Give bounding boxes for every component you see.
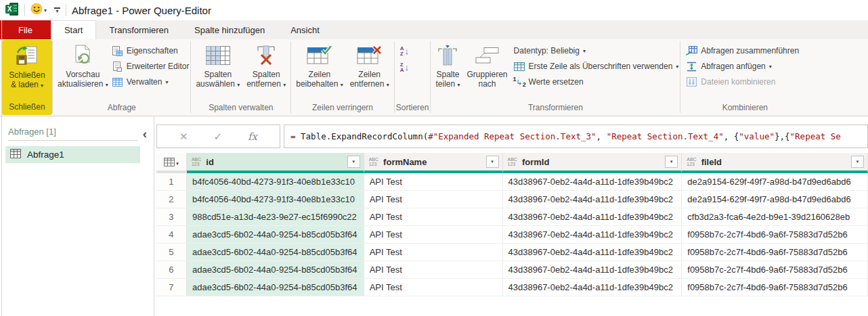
table-cell[interactable]: adae3cd5-6b02-44a0-9254-b85cd05b3f64 [187, 279, 364, 296]
dropdown-caret-icon: ▾ [41, 83, 43, 89]
group-label-schliessen: Schließen [3, 102, 51, 115]
table-cell[interactable]: b4fc4056-40bd-4273-91f3-40e8b1e33c10 [187, 191, 364, 208]
feedback-smiley-button[interactable]: ▾ [30, 3, 47, 18]
refresh-preview-button[interactable]: Vorschau aktualisieren ▾ [54, 43, 112, 91]
table-cell[interactable]: API Test [364, 261, 503, 279]
formula-segment: "Repeat Se [790, 131, 841, 141]
manage-button[interactable]: Verwalten ▾ [112, 75, 190, 89]
title-bar-separator [24, 4, 25, 16]
row-number[interactable]: 1 [156, 173, 187, 191]
quick-access-toolbar: ▾ ▾ [30, 3, 60, 18]
merge-queries-button[interactable]: Abfragen zusammenführen [686, 44, 799, 58]
document-icon [112, 62, 123, 72]
sort-ascending-button[interactable]: AZ ↓ [396, 45, 413, 58]
formula-input[interactable]: = Table.ExpandRecordColumn(#"Expanded Re… [284, 125, 868, 148]
tab-spalte-hinzufuegen[interactable]: Spalte hinzufügen [181, 20, 278, 39]
down-arrow-icon: ↓ [405, 63, 410, 72]
column-header-formname[interactable]: ABC123 formName ▼ [364, 153, 503, 173]
table-cell[interactable]: adae3cd5-6b02-44a0-9254-b85cd05b3f64 [187, 261, 364, 279]
table-cell[interactable]: de2a9154-629f-49f7-a98d-b47d9ed6abd6 [682, 191, 868, 208]
group-label-zeilen-verringern: Zeilen verringern [292, 103, 393, 116]
table-cell[interactable]: 43d38967-0eb2-4a4d-a11d-1dfe39b49bc2 [503, 173, 682, 191]
advanced-editor-button[interactable]: Erweiterter Editor [112, 60, 190, 73]
formula-segment: "value" [739, 131, 775, 141]
table-cell[interactable]: API Test [364, 208, 503, 226]
row-number[interactable]: 2 [156, 191, 187, 208]
table-cell[interactable]: f0958b7c-2c7f-4bd6-9a6f-75883d7d52b6 [682, 244, 868, 261]
row-number[interactable]: 5 [156, 244, 187, 261]
group-label-transformieren: Transformieren [432, 103, 678, 116]
column-type-icon: ABC123 [192, 157, 201, 167]
remove-rows-icon [357, 43, 383, 68]
replace-values-button[interactable]: 1↳2 Werte ersetzen [514, 75, 679, 89]
properties-button[interactable]: Eigenschaften [112, 44, 190, 58]
table-cell[interactable]: 988cd51e-a13d-4e23-9e27-ec15f6990c22 [187, 208, 364, 226]
window-border [1, 20, 2, 316]
table-cell[interactable]: 43d38967-0eb2-4a4d-a11d-1dfe39b49bc2 [503, 261, 682, 279]
remove-columns-button[interactable]: Spalten entfernen ▾ [243, 43, 289, 91]
group-label-kombinieren: Kombinieren [682, 103, 808, 116]
filter-button[interactable]: ▼ [851, 156, 864, 168]
split-column-button[interactable]: Spalte teilen ▾ [432, 43, 463, 91]
first-row-as-headers-button[interactable]: Erste Zeile als Überschriften verwenden … [514, 60, 679, 73]
choose-columns-button[interactable]: Spalten auswählen ▾ [192, 43, 243, 91]
table-cell[interactable]: API Test [364, 244, 503, 261]
combine-files-button[interactable]: Dateien kombinieren [686, 75, 799, 89]
dropdown-caret-icon: ▾ [341, 82, 343, 88]
filter-button[interactable]: ▼ [347, 156, 360, 168]
remove-columns-icon [256, 43, 276, 68]
data-type-button[interactable]: Datentyp: Beliebig ▾ [514, 44, 679, 58]
table-cell[interactable]: API Test [364, 226, 503, 244]
row-number[interactable]: 3 [156, 208, 187, 226]
table-cell[interactable]: API Test [364, 173, 503, 191]
customize-toolbar-button[interactable]: ▾ [54, 7, 60, 14]
group-by-button[interactable]: Gruppieren nach [464, 43, 511, 89]
remove-rows-button[interactable]: Zeilen entfernen ▾ [347, 43, 393, 91]
keep-rows-button[interactable]: Zeilen beibehalten ▾ [292, 43, 346, 91]
table-cell[interactable]: f0958b7c-2c7f-4bd6-9a6f-75883d7d52b6 [682, 226, 868, 244]
tab-ansicht[interactable]: Ansicht [278, 20, 332, 39]
table-cell[interactable]: 43d38967-0eb2-4a4d-a11d-1dfe39b49bc2 [503, 208, 682, 226]
column-header-formid[interactable]: ABC123 formId ▼ [503, 153, 682, 173]
table-cell[interactable]: 43d38967-0eb2-4a4d-a11d-1dfe39b49bc2 [503, 279, 682, 296]
table-cell[interactable]: f0958b7c-2c7f-4bd6-9a6f-75883d7d52b6 [682, 261, 868, 279]
table-row: 3988cd51e-a13d-4e23-9e27-ec15f6990c22API… [156, 208, 868, 226]
table-cell[interactable]: cfb3d2a3-fca6-4e2d-b9e1-39d2160628eb [682, 208, 868, 226]
group-label-abfrage: Abfrage [54, 103, 189, 116]
append-queries-button[interactable]: Abfragen anfügen ▾ [686, 60, 799, 73]
row-number[interactable]: 4 [156, 226, 187, 244]
table-cell[interactable]: API Test [364, 279, 503, 296]
row-number[interactable]: 6 [156, 261, 187, 279]
filter-button[interactable]: ▼ [486, 156, 499, 168]
sort-descending-button[interactable]: ZA ↓ [396, 61, 413, 74]
tab-transformieren[interactable]: Transformieren [96, 20, 181, 39]
query-name: Abfrage1 [27, 150, 64, 160]
close-and-load-button[interactable]: Schließen & laden ▾ [5, 43, 48, 91]
power-query-editor-window: X ▾ ▾ Abfrage1 - Po [0, 0, 868, 316]
formula-toolbar: ✕ ✓ fx [156, 125, 280, 148]
confirm-icon[interactable]: ✓ [213, 131, 222, 143]
table-cell[interactable]: 43d38967-0eb2-4a4d-a11d-1dfe39b49bc2 [503, 191, 682, 208]
table-cell[interactable]: 43d38967-0eb2-4a4d-a11d-1dfe39b49bc2 [503, 226, 682, 244]
column-header-id[interactable]: ABC123 id ▼ [187, 153, 364, 173]
replace-values-icon: 1↳2 [514, 76, 525, 88]
tab-start[interactable]: Start [51, 20, 96, 39]
group-label-spalten-verwalten: Spalten verwalten [192, 103, 289, 116]
column-type-icon: ABC123 [369, 157, 378, 167]
tab-file[interactable]: File [0, 20, 51, 39]
table-cell[interactable]: adae3cd5-6b02-44a0-9254-b85cd05b3f64 [187, 226, 364, 244]
cancel-icon[interactable]: ✕ [179, 131, 188, 143]
table-cell[interactable]: de2a9154-629f-49f7-a98d-b47d9ed6abd6 [682, 173, 868, 191]
table-cell[interactable]: f0958b7c-2c7f-4bd6-9a6f-75883d7d52b6 [682, 279, 868, 296]
collapse-pane-icon[interactable]: ‹ [143, 129, 147, 139]
select-all-corner-button[interactable]: ▾ [156, 153, 187, 173]
column-header-fileid[interactable]: ABC123 fileId ▼ [682, 153, 868, 173]
table-cell[interactable]: 43d38967-0eb2-4a4d-a11d-1dfe39b49bc2 [503, 244, 682, 261]
table-cell[interactable]: adae3cd5-6b02-44a0-9254-b85cd05b3f64 [187, 244, 364, 261]
table-cell[interactable]: API Test [364, 191, 503, 208]
fx-icon[interactable]: fx [248, 131, 257, 143]
filter-button[interactable]: ▼ [665, 156, 678, 168]
table-cell[interactable]: b4fc4056-40bd-4273-91f3-40e8b1e33c10 [187, 173, 364, 191]
sidebar-item-abfrage1[interactable]: Abfrage1 [5, 146, 140, 163]
row-number[interactable]: 7 [156, 279, 187, 296]
